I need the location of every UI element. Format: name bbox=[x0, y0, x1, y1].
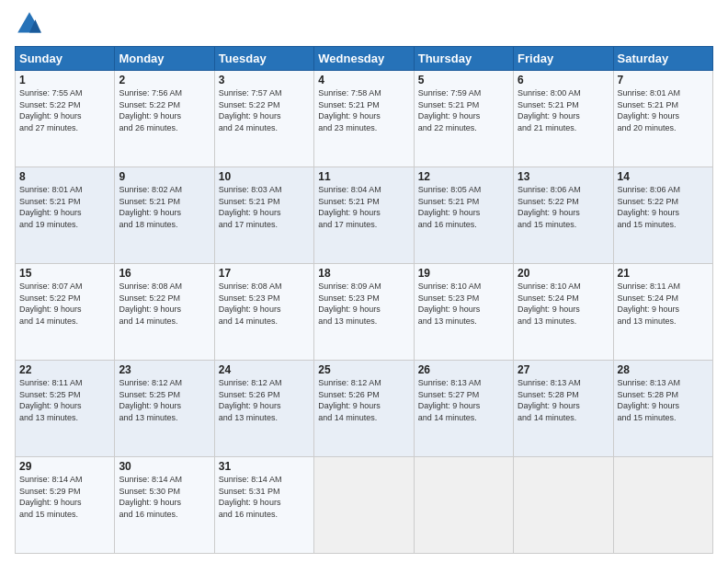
day-number: 27 bbox=[518, 363, 609, 376]
day-info: Sunrise: 7:56 AMSunset: 5:22 PMDaylight:… bbox=[119, 87, 210, 133]
calendar-cell: 13Sunrise: 8:06 AMSunset: 5:22 PMDayligh… bbox=[514, 167, 613, 264]
day-number: 19 bbox=[418, 267, 509, 280]
day-info: Sunrise: 8:04 AMSunset: 5:21 PMDaylight:… bbox=[318, 184, 409, 230]
day-info: Sunrise: 8:14 AMSunset: 5:30 PMDaylight:… bbox=[119, 474, 210, 520]
day-info: Sunrise: 8:13 AMSunset: 5:28 PMDaylight:… bbox=[518, 377, 609, 423]
calendar-cell: 12Sunrise: 8:05 AMSunset: 5:21 PMDayligh… bbox=[414, 167, 513, 264]
calendar-cell: 10Sunrise: 8:03 AMSunset: 5:21 PMDayligh… bbox=[214, 167, 313, 264]
day-info: Sunrise: 8:12 AMSunset: 5:25 PMDaylight:… bbox=[119, 377, 210, 423]
calendar-cell: 8Sunrise: 8:01 AMSunset: 5:21 PMDaylight… bbox=[16, 167, 115, 264]
day-number: 29 bbox=[19, 460, 110, 473]
day-number: 7 bbox=[618, 74, 709, 86]
day-info: Sunrise: 8:14 AMSunset: 5:31 PMDaylight:… bbox=[219, 474, 310, 520]
calendar-cell: 29Sunrise: 8:14 AMSunset: 5:29 PMDayligh… bbox=[16, 457, 115, 554]
day-number: 25 bbox=[318, 363, 409, 376]
calendar-cell: 30Sunrise: 8:14 AMSunset: 5:30 PMDayligh… bbox=[115, 457, 214, 554]
calendar-cell: 9Sunrise: 8:02 AMSunset: 5:21 PMDaylight… bbox=[115, 167, 214, 264]
calendar-cell: 11Sunrise: 8:04 AMSunset: 5:21 PMDayligh… bbox=[314, 167, 414, 264]
calendar-cell: 22Sunrise: 8:11 AMSunset: 5:25 PMDayligh… bbox=[16, 361, 115, 457]
day-number: 28 bbox=[618, 363, 709, 376]
day-info: Sunrise: 8:11 AMSunset: 5:24 PMDaylight:… bbox=[618, 281, 709, 327]
day-number: 5 bbox=[418, 74, 509, 86]
day-number: 8 bbox=[19, 170, 110, 183]
day-info: Sunrise: 8:13 AMSunset: 5:27 PMDaylight:… bbox=[418, 377, 509, 423]
calendar-cell: 15Sunrise: 8:07 AMSunset: 5:22 PMDayligh… bbox=[16, 264, 115, 361]
day-number: 23 bbox=[119, 363, 210, 376]
day-info: Sunrise: 8:09 AMSunset: 5:23 PMDaylight:… bbox=[318, 281, 409, 327]
day-number: 6 bbox=[518, 74, 609, 86]
day-number: 21 bbox=[618, 267, 709, 280]
day-number: 9 bbox=[119, 170, 210, 183]
day-info: Sunrise: 8:10 AMSunset: 5:24 PMDaylight:… bbox=[518, 281, 609, 327]
calendar-cell: 24Sunrise: 8:12 AMSunset: 5:26 PMDayligh… bbox=[214, 361, 313, 457]
calendar-cell: 17Sunrise: 8:08 AMSunset: 5:23 PMDayligh… bbox=[214, 264, 313, 361]
day-info: Sunrise: 8:13 AMSunset: 5:28 PMDaylight:… bbox=[618, 377, 709, 423]
day-info: Sunrise: 8:08 AMSunset: 5:23 PMDaylight:… bbox=[219, 281, 310, 327]
day-info: Sunrise: 8:06 AMSunset: 5:22 PMDaylight:… bbox=[518, 184, 609, 230]
day-number: 15 bbox=[19, 267, 110, 280]
day-number: 26 bbox=[418, 363, 509, 376]
day-info: Sunrise: 8:01 AMSunset: 5:21 PMDaylight:… bbox=[618, 87, 709, 133]
day-number: 14 bbox=[618, 170, 709, 183]
calendar-cell bbox=[314, 457, 414, 554]
calendar-cell: 31Sunrise: 8:14 AMSunset: 5:31 PMDayligh… bbox=[214, 457, 313, 554]
day-info: Sunrise: 8:02 AMSunset: 5:21 PMDaylight:… bbox=[119, 184, 210, 230]
weekday-header-monday: Monday bbox=[115, 47, 214, 71]
calendar-cell: 1Sunrise: 7:55 AMSunset: 5:22 PMDaylight… bbox=[16, 71, 115, 167]
day-info: Sunrise: 8:10 AMSunset: 5:23 PMDaylight:… bbox=[418, 281, 509, 327]
logo-icon bbox=[15, 9, 44, 39]
calendar-cell bbox=[613, 457, 712, 554]
day-number: 20 bbox=[518, 267, 609, 280]
day-info: Sunrise: 8:12 AMSunset: 5:26 PMDaylight:… bbox=[318, 377, 409, 423]
page: SundayMondayTuesdayWednesdayThursdayFrid… bbox=[0, 0, 728, 563]
calendar-cell: 26Sunrise: 8:13 AMSunset: 5:27 PMDayligh… bbox=[414, 361, 513, 457]
day-info: Sunrise: 7:55 AMSunset: 5:22 PMDaylight:… bbox=[19, 87, 110, 133]
day-number: 2 bbox=[119, 74, 210, 86]
calendar-cell: 19Sunrise: 8:10 AMSunset: 5:23 PMDayligh… bbox=[414, 264, 513, 361]
day-number: 18 bbox=[318, 267, 409, 280]
day-info: Sunrise: 7:58 AMSunset: 5:21 PMDaylight:… bbox=[318, 87, 409, 133]
calendar-cell: 14Sunrise: 8:06 AMSunset: 5:22 PMDayligh… bbox=[613, 167, 712, 264]
day-info: Sunrise: 7:57 AMSunset: 5:22 PMDaylight:… bbox=[219, 87, 310, 133]
calendar-cell: 25Sunrise: 8:12 AMSunset: 5:26 PMDayligh… bbox=[314, 361, 414, 457]
calendar-cell: 23Sunrise: 8:12 AMSunset: 5:25 PMDayligh… bbox=[115, 361, 214, 457]
calendar-cell: 18Sunrise: 8:09 AMSunset: 5:23 PMDayligh… bbox=[314, 264, 414, 361]
logo bbox=[15, 9, 48, 39]
day-info: Sunrise: 8:05 AMSunset: 5:21 PMDaylight:… bbox=[418, 184, 509, 230]
calendar-cell: 20Sunrise: 8:10 AMSunset: 5:24 PMDayligh… bbox=[514, 264, 613, 361]
day-number: 1 bbox=[19, 74, 110, 86]
calendar-cell bbox=[514, 457, 613, 554]
calendar-week-4: 22Sunrise: 8:11 AMSunset: 5:25 PMDayligh… bbox=[16, 361, 713, 457]
day-number: 13 bbox=[518, 170, 609, 183]
day-number: 3 bbox=[219, 74, 310, 86]
day-number: 30 bbox=[119, 460, 210, 473]
day-info: Sunrise: 8:12 AMSunset: 5:26 PMDaylight:… bbox=[219, 377, 310, 423]
day-info: Sunrise: 8:08 AMSunset: 5:22 PMDaylight:… bbox=[119, 281, 210, 327]
day-info: Sunrise: 8:00 AMSunset: 5:21 PMDaylight:… bbox=[518, 87, 609, 133]
day-number: 24 bbox=[219, 363, 310, 376]
weekday-header-tuesday: Tuesday bbox=[214, 47, 313, 71]
calendar-cell: 3Sunrise: 7:57 AMSunset: 5:22 PMDaylight… bbox=[214, 71, 313, 167]
weekday-header-saturday: Saturday bbox=[613, 47, 712, 71]
day-number: 16 bbox=[119, 267, 210, 280]
weekday-header-thursday: Thursday bbox=[414, 47, 513, 71]
calendar-week-2: 8Sunrise: 8:01 AMSunset: 5:21 PMDaylight… bbox=[16, 167, 713, 264]
calendar-table: SundayMondayTuesdayWednesdayThursdayFrid… bbox=[15, 46, 713, 554]
calendar-cell: 2Sunrise: 7:56 AMSunset: 5:22 PMDaylight… bbox=[115, 71, 214, 167]
header bbox=[15, 9, 713, 39]
weekday-header-friday: Friday bbox=[514, 47, 613, 71]
weekday-header-sunday: Sunday bbox=[16, 47, 115, 71]
calendar-cell: 16Sunrise: 8:08 AMSunset: 5:22 PMDayligh… bbox=[115, 264, 214, 361]
calendar-cell: 28Sunrise: 8:13 AMSunset: 5:28 PMDayligh… bbox=[613, 361, 712, 457]
calendar-week-3: 15Sunrise: 8:07 AMSunset: 5:22 PMDayligh… bbox=[16, 264, 713, 361]
day-info: Sunrise: 8:14 AMSunset: 5:29 PMDaylight:… bbox=[19, 474, 110, 520]
day-number: 4 bbox=[318, 74, 409, 86]
calendar-cell: 21Sunrise: 8:11 AMSunset: 5:24 PMDayligh… bbox=[613, 264, 712, 361]
day-info: Sunrise: 8:06 AMSunset: 5:22 PMDaylight:… bbox=[618, 184, 709, 230]
day-info: Sunrise: 7:59 AMSunset: 5:21 PMDaylight:… bbox=[418, 87, 509, 133]
day-number: 17 bbox=[219, 267, 310, 280]
day-info: Sunrise: 8:03 AMSunset: 5:21 PMDaylight:… bbox=[219, 184, 310, 230]
calendar-cell: 7Sunrise: 8:01 AMSunset: 5:21 PMDaylight… bbox=[613, 71, 712, 167]
day-info: Sunrise: 8:01 AMSunset: 5:21 PMDaylight:… bbox=[19, 184, 110, 230]
day-info: Sunrise: 8:11 AMSunset: 5:25 PMDaylight:… bbox=[19, 377, 110, 423]
